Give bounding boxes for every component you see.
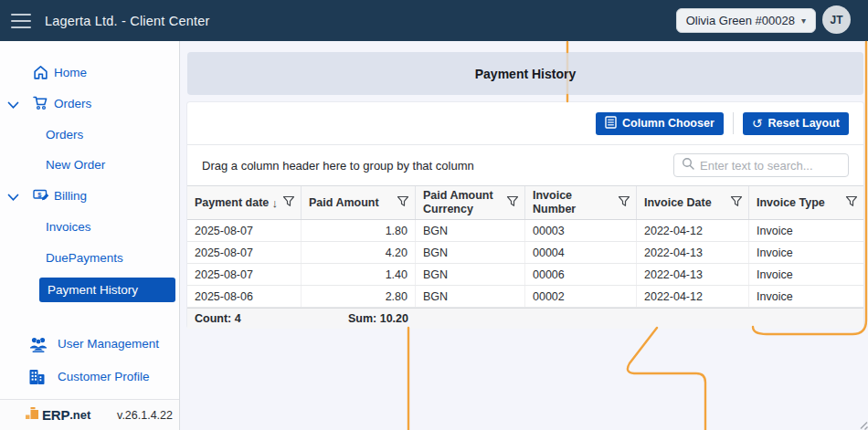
cell-payment-date: 2025-08-06 — [187, 286, 302, 307]
cell-invoice-date: 2022-04-13 — [637, 242, 749, 263]
page-title: Payment History — [475, 67, 576, 81]
cell-invoice-type: Invoice — [749, 286, 863, 307]
avatar[interactable]: JT — [822, 5, 851, 34]
group-panel-hint: Drag a column header here to group by th… — [202, 159, 474, 173]
filter-icon[interactable] — [618, 194, 630, 211]
cell-payment-date: 2025-08-07 — [187, 242, 302, 263]
column-header-invoice-number[interactable]: Invoice Number — [525, 186, 637, 219]
app-version: v.26.1.4.22 — [117, 409, 173, 422]
menu-icon[interactable] — [11, 14, 31, 28]
cell-paid-amount: 2.80 — [302, 286, 416, 307]
app-title: Lagerta Ltd. - Client Center — [45, 14, 210, 28]
billing-icon: $ — [33, 188, 50, 205]
sidebar-item-customer-profile[interactable]: Customer Profile — [0, 365, 179, 389]
chevron-down-icon[interactable] — [7, 99, 19, 112]
table-row: 2025-08-07 4.20 BGN 00004 2022-04-13 Inv… — [187, 242, 863, 264]
cell-payment-date: 2025-08-07 — [187, 220, 302, 241]
erpnet-logo-text: ERP — [42, 407, 69, 423]
sidebar-item-billing-group[interactable]: $ Billing — [0, 184, 179, 208]
building-icon — [28, 369, 47, 388]
sidebar-item-user-management[interactable]: User Management — [0, 332, 179, 356]
filter-icon[interactable] — [845, 194, 858, 211]
users-icon — [28, 336, 48, 355]
cell-invoice-type: Invoice — [749, 242, 863, 263]
top-bar: Lagerta Ltd. - Client Center Olivia Gree… — [0, 0, 868, 41]
sidebar-item-due-payments[interactable]: DuePayments — [0, 246, 179, 270]
cell-currency: BGN — [416, 242, 525, 263]
user-account-button[interactable]: Olivia Green #00028 ▾ — [676, 8, 816, 33]
sidebar-item-new-order[interactable]: New Order — [0, 153, 179, 177]
reset-layout-button[interactable]: ↺ Reset Layout — [743, 112, 849, 135]
svg-text:$: $ — [37, 191, 42, 199]
search-box[interactable] — [673, 153, 849, 177]
cell-invoice-date: 2022-04-12 — [637, 286, 749, 307]
search-icon — [682, 157, 694, 173]
sidebar: Home Orders Orders New Order $ Billing I… — [0, 41, 180, 430]
table-row: 2025-08-06 2.80 BGN 00002 2022-04-12 Inv… — [187, 286, 863, 308]
table-row: 2025-08-07 1.40 BGN 00006 2022-04-13 Inv… — [187, 264, 863, 286]
column-chooser-icon — [605, 116, 617, 131]
payment-history-panel: Column Chooser ↺ Reset Layout Drag a col… — [187, 102, 863, 328]
user-account-label: Olivia Green #00028 — [686, 14, 795, 27]
cell-invoice-type: Invoice — [749, 264, 863, 285]
cell-invoice-number: 00003 — [525, 220, 637, 241]
filter-icon[interactable] — [506, 194, 519, 211]
grid-header-row: Payment date ↓ Paid Amount Paid Amount C… — [187, 186, 863, 220]
home-icon — [33, 65, 48, 83]
group-panel: Drag a column header here to group by th… — [187, 144, 863, 185]
caret-down-icon: ▾ — [801, 16, 806, 26]
column-header-invoice-date[interactable]: Invoice Date — [637, 186, 749, 219]
cell-currency: BGN — [416, 286, 525, 307]
page-title-panel: Payment History — [187, 52, 863, 95]
column-header-paid-amount-currency[interactable]: Paid Amount Currency — [416, 186, 525, 219]
column-chooser-button[interactable]: Column Chooser — [596, 112, 724, 135]
filter-icon[interactable] — [730, 194, 743, 211]
sidebar-item-orders[interactable]: Orders — [0, 123, 179, 147]
erpnet-logo-icon — [26, 407, 38, 424]
table-row: 2025-08-07 1.80 BGN 00003 2022-04-12 Inv… — [187, 220, 863, 242]
cell-payment-date: 2025-08-07 — [187, 264, 302, 285]
filter-icon[interactable] — [397, 194, 409, 211]
grid-toolbar: Column Chooser ↺ Reset Layout — [187, 102, 863, 144]
sidebar-item-home[interactable]: Home — [0, 61, 179, 85]
data-grid: Payment date ↓ Paid Amount Paid Amount C… — [187, 185, 863, 329]
filter-icon[interactable] — [282, 194, 295, 211]
cell-invoice-date: 2022-04-12 — [637, 220, 749, 241]
summary-sum: Sum: 10.20 — [302, 309, 416, 329]
search-input[interactable] — [700, 159, 841, 173]
resize-handle-icon — [861, 423, 868, 430]
cell-currency: BGN — [416, 264, 525, 285]
column-header-paid-amount[interactable]: Paid Amount — [302, 186, 416, 219]
cell-invoice-date: 2022-04-13 — [637, 264, 749, 285]
sort-desc-icon: ↓ — [272, 196, 279, 210]
cell-invoice-type: Invoice — [749, 220, 863, 241]
summary-count: Count: 4 — [187, 309, 302, 329]
sidebar-item-payment-history[interactable]: Payment History — [39, 278, 175, 302]
cell-paid-amount: 1.40 — [302, 264, 416, 285]
cart-icon — [33, 96, 49, 114]
column-header-invoice-type[interactable]: Invoice Type — [749, 186, 863, 219]
sidebar-footer: ERP .net v.26.1.4.22 — [0, 399, 179, 430]
column-header-payment-date[interactable]: Payment date ↓ — [187, 186, 302, 219]
cell-currency: BGN — [416, 220, 525, 241]
cell-invoice-number: 00006 — [525, 264, 637, 285]
sidebar-item-invoices[interactable]: Invoices — [0, 215, 179, 239]
sidebar-item-orders-group[interactable]: Orders — [0, 92, 179, 116]
grid-summary-row: Count: 4 Sum: 10.20 — [187, 308, 863, 329]
cell-invoice-number: 00004 — [525, 242, 637, 263]
toolbar-divider — [733, 112, 734, 134]
cell-paid-amount: 4.20 — [302, 242, 416, 263]
chevron-down-icon[interactable] — [7, 191, 19, 205]
cell-invoice-number: 00002 — [525, 286, 637, 307]
cell-paid-amount: 1.80 — [302, 220, 416, 241]
reset-icon: ↺ — [752, 117, 763, 130]
